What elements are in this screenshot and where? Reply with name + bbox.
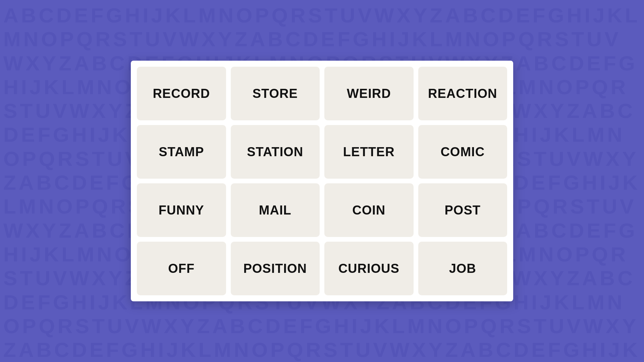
word-card-curious[interactable]: CURIOUS xyxy=(324,242,414,295)
word-card-coin[interactable]: COIN xyxy=(324,183,414,237)
word-label-station: STATION xyxy=(247,145,303,159)
word-card-funny[interactable]: FUNNY xyxy=(137,183,226,237)
word-label-letter: LETTER xyxy=(343,145,395,159)
word-label-coin: COIN xyxy=(352,203,385,218)
word-label-post: POST xyxy=(445,203,481,218)
word-card-weird[interactable]: WEIRD xyxy=(324,67,414,120)
word-card-store[interactable]: STORE xyxy=(231,67,320,120)
word-label-job: JOB xyxy=(449,261,476,276)
word-label-off: OFF xyxy=(168,261,195,276)
word-label-reaction: REACTION xyxy=(428,86,497,101)
word-card-off[interactable]: OFF xyxy=(137,242,226,295)
word-card-position[interactable]: POSITION xyxy=(231,242,320,295)
word-label-curious: CURIOUS xyxy=(338,261,399,276)
word-card-station[interactable]: STATION xyxy=(231,125,320,179)
word-label-comic: COMIC xyxy=(440,145,485,159)
word-card-letter[interactable]: LETTER xyxy=(324,125,414,179)
word-label-mail: MAIL xyxy=(259,203,291,218)
word-label-weird: WEIRD xyxy=(347,86,391,101)
word-card-mail[interactable]: MAIL xyxy=(231,183,320,237)
word-label-stamp: STAMP xyxy=(159,145,204,159)
word-grid-container: RECORDSTOREWEIRDREACTIONSTAMPSTATIONLETT… xyxy=(131,61,513,301)
word-card-job[interactable]: JOB xyxy=(418,242,507,295)
word-label-store: STORE xyxy=(253,86,298,101)
word-grid: RECORDSTOREWEIRDREACTIONSTAMPSTATIONLETT… xyxy=(137,67,507,295)
word-card-post[interactable]: POST xyxy=(418,183,507,237)
word-card-comic[interactable]: COMIC xyxy=(418,125,507,179)
word-card-record[interactable]: RECORD xyxy=(137,67,226,120)
word-card-reaction[interactable]: REACTION xyxy=(418,67,507,120)
word-label-funny: FUNNY xyxy=(159,203,204,218)
word-label-record: RECORD xyxy=(153,86,210,101)
word-label-position: POSITION xyxy=(243,261,307,276)
word-card-stamp[interactable]: STAMP xyxy=(137,125,226,179)
